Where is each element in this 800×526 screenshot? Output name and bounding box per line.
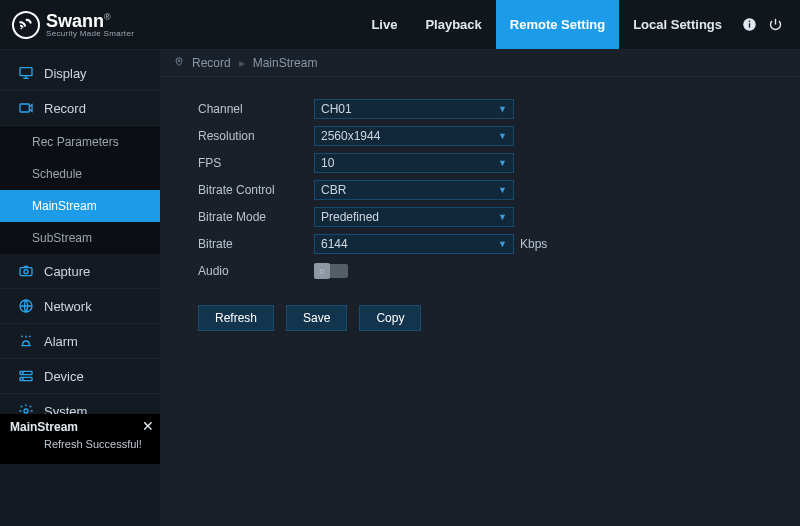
sidebar-label: Device: [44, 369, 84, 384]
sidebar-label: Record: [44, 101, 86, 116]
nav-playback[interactable]: Playback: [411, 0, 495, 49]
nav-local-settings[interactable]: Local Settings: [619, 0, 736, 49]
resolution-value: 2560x1944: [321, 127, 380, 145]
pin-icon: [174, 56, 184, 70]
toast-title: MainStream: [10, 420, 150, 434]
refresh-button[interactable]: Refresh: [198, 305, 274, 331]
header-nav: Live Playback Remote Setting Local Setti…: [357, 0, 788, 49]
copy-button[interactable]: Copy: [359, 305, 421, 331]
network-icon: [18, 298, 34, 314]
sidebar-sub-rec-parameters[interactable]: Rec Parameters: [0, 126, 160, 158]
device-icon: [18, 368, 34, 384]
breadcrumb: Record ▸ MainStream: [160, 50, 800, 77]
svg-point-12: [24, 409, 28, 413]
bitrate-mode-label: Bitrate Mode: [198, 210, 314, 224]
breadcrumb-leaf: MainStream: [253, 56, 318, 70]
settings-form: Channel CH01 ▼ Resolution 2560x1944 ▼ FP…: [160, 77, 800, 347]
chevron-down-icon: ▼: [498, 154, 507, 172]
svg-rect-3: [20, 68, 32, 76]
sidebar-item-device[interactable]: Device: [0, 359, 160, 394]
bitrate-mode-select[interactable]: Predefined ▼: [314, 207, 514, 227]
bitrate-select[interactable]: 6144 ▼: [314, 234, 514, 254]
sidebar-sub-schedule[interactable]: Schedule: [0, 158, 160, 190]
sidebar-item-network[interactable]: Network: [0, 289, 160, 324]
svg-rect-5: [20, 268, 32, 276]
alarm-icon: [18, 333, 34, 349]
sidebar-label: Capture: [44, 264, 90, 279]
sidebar-label: Display: [44, 66, 87, 81]
toast-close-button[interactable]: ✕: [142, 418, 154, 434]
nav-live[interactable]: Live: [357, 0, 411, 49]
app-header: Swann® Security Made Smarter Live Playba…: [0, 0, 800, 50]
capture-icon: [18, 263, 34, 279]
channel-value: CH01: [321, 100, 352, 118]
sidebar-item-capture[interactable]: Capture: [0, 254, 160, 289]
display-icon: [18, 65, 34, 81]
sidebar-sub-mainstream[interactable]: MainStream: [0, 190, 160, 222]
bitrate-unit: Kbps: [520, 237, 547, 251]
sidebar-record-submenu: Rec Parameters Schedule MainStream SubSt…: [0, 126, 160, 254]
svg-point-10: [22, 373, 23, 374]
sidebar-item-alarm[interactable]: Alarm: [0, 324, 160, 359]
brand-name: Swann: [46, 11, 104, 31]
fps-label: FPS: [198, 156, 314, 170]
channel-select[interactable]: CH01 ▼: [314, 99, 514, 119]
bitrate-control-select[interactable]: CBR ▼: [314, 180, 514, 200]
sidebar-label: Network: [44, 299, 92, 314]
svg-rect-4: [20, 104, 29, 112]
sidebar-item-record[interactable]: Record: [0, 91, 160, 126]
bitrate-label: Bitrate: [198, 237, 314, 251]
svg-point-6: [24, 270, 28, 274]
bitrate-control-value: CBR: [321, 181, 346, 199]
audio-label: Audio: [198, 264, 314, 278]
svg-point-14: [178, 60, 180, 62]
brand-logo: Swann® Security Made Smarter: [12, 11, 134, 39]
svg-rect-1: [748, 23, 749, 27]
toast-notification: MainStream ✕ Refresh Successful!: [0, 414, 160, 464]
save-button[interactable]: Save: [286, 305, 347, 331]
bitrate-value: 6144: [321, 235, 348, 253]
brand-tagline: Security Made Smarter: [46, 30, 134, 38]
nav-remote-setting[interactable]: Remote Setting: [496, 0, 619, 49]
sidebar-label: Alarm: [44, 334, 78, 349]
close-icon: ✕: [142, 418, 154, 434]
fps-value: 10: [321, 154, 334, 172]
breadcrumb-root[interactable]: Record: [192, 56, 231, 70]
svg-point-2: [748, 21, 750, 23]
resolution-label: Resolution: [198, 129, 314, 143]
chevron-down-icon: ▼: [498, 208, 507, 226]
main-panel: Record ▸ MainStream Channel CH01 ▼ Resol…: [160, 50, 800, 526]
chevron-down-icon: ▼: [498, 100, 507, 118]
chevron-down-icon: ▼: [498, 127, 507, 145]
bitrate-control-label: Bitrate Control: [198, 183, 314, 197]
logo-mark-icon: [10, 8, 42, 40]
toggle-knob-icon: ○: [314, 263, 330, 279]
audio-toggle[interactable]: ○: [314, 264, 348, 278]
fps-select[interactable]: 10 ▼: [314, 153, 514, 173]
chevron-down-icon: ▼: [498, 181, 507, 199]
power-icon[interactable]: [762, 17, 788, 32]
toast-message: Refresh Successful!: [10, 434, 150, 450]
chevron-down-icon: ▼: [498, 235, 507, 253]
registered-icon: ®: [104, 12, 111, 22]
resolution-select[interactable]: 2560x1944 ▼: [314, 126, 514, 146]
sidebar-sub-substream[interactable]: SubStream: [0, 222, 160, 254]
info-icon[interactable]: [736, 17, 762, 32]
channel-label: Channel: [198, 102, 314, 116]
chevron-right-icon: ▸: [239, 56, 245, 70]
sidebar-item-display[interactable]: Display: [0, 56, 160, 91]
svg-point-11: [22, 379, 23, 380]
bitrate-mode-value: Predefined: [321, 208, 379, 226]
record-icon: [18, 100, 34, 116]
